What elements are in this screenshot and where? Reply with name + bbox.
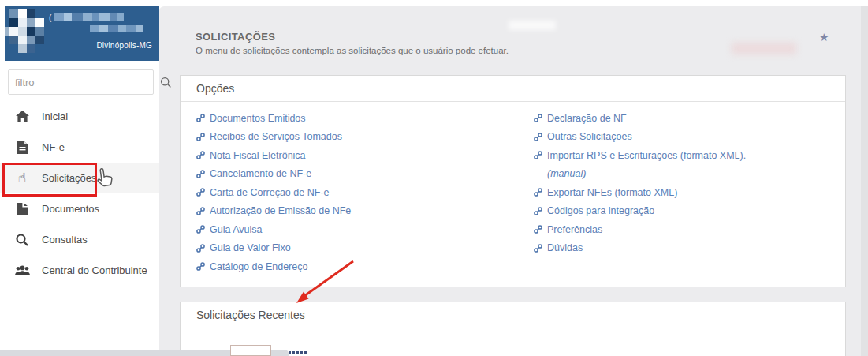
option-link[interactable]: Dúvidas [534, 239, 746, 258]
options-links-right: Declaração de NF Outras Solicitações [534, 109, 746, 257]
option-link[interactable]: Documentos Emitidos [196, 109, 351, 128]
option-link[interactable]: Outras Solicitações [534, 128, 746, 147]
redacted-logo: ( [5, 6, 159, 61]
municipality-name: Divinópolis-MG [96, 41, 152, 50]
sidebar-item-label: Central do Contribuinte [42, 264, 147, 276]
recent-requests-card: Solicitações Recentes [180, 302, 846, 356]
link-icon [196, 207, 205, 215]
option-link-label: Guia Avulsa [210, 224, 262, 235]
option-link[interactable]: Declaração de NF [534, 109, 746, 128]
link-icon [534, 151, 542, 159]
option-link[interactable]: Cancelamento de NF-e [196, 165, 351, 184]
sidebar-item-documentos[interactable]: Documentos [0, 193, 159, 224]
option-link-label: Preferências [547, 224, 602, 235]
option-link-sub: (manual) [534, 165, 746, 184]
sidebar-item-inicial[interactable]: Inicial [0, 101, 159, 132]
link-icon [196, 133, 205, 141]
option-link-label: Recibos de Serviços Tomados [210, 131, 342, 142]
option-link[interactable]: Preferências [534, 220, 746, 239]
option-link[interactable]: Exportar NFEs (formato XML) [534, 183, 746, 202]
partial-cell-box [230, 345, 271, 356]
link-icon [534, 114, 542, 122]
option-link-label: Documentos Emitidos [210, 113, 306, 124]
link-icon [196, 114, 205, 122]
sidebar-item-central-contribuinte[interactable]: Central do Contribuinte [0, 255, 159, 286]
svg-text:(: ( [49, 13, 52, 22]
option-link-label: Catálogo de Endereço [210, 261, 307, 272]
option-link[interactable]: Recibos de Serviços Tomados [196, 128, 351, 147]
option-link[interactable]: Códigos para integração [534, 202, 746, 221]
document-icon [14, 203, 30, 215]
options-links-left: Documentos Emitidos Recibos de Serviços … [196, 109, 351, 276]
link-icon [196, 151, 205, 159]
option-link[interactable]: Guia de Valor Fixo [196, 239, 351, 258]
option-link-label: Nota Fiscal Eletrônica [210, 150, 306, 161]
option-link[interactable]: Nota Fiscal Eletrônica [196, 146, 351, 165]
scrollbar[interactable] [861, 6, 868, 356]
sidebar-item-label: Inicial [42, 111, 68, 122]
municipality-banner: ( Divinópolis-MG [5, 6, 159, 61]
file-lines-icon [14, 141, 30, 154]
sidebar-item-consultas[interactable]: Consultas [0, 224, 159, 255]
recent-requests-title: Solicitações Recentes [181, 302, 845, 328]
option-link-label: Guia de Valor Fixo [210, 242, 291, 253]
option-link-label: Códigos para integração [547, 205, 654, 216]
star-icon[interactable]: ★ [819, 31, 829, 43]
sidebar-nav: Inicial NF-e ☝ Solicitações Documentos [0, 101, 159, 286]
sidebar-filter [8, 69, 154, 95]
search-icon [14, 234, 30, 246]
option-link-label: Importar RPS e Escriturações (formato XM… [547, 150, 746, 161]
link-icon [196, 188, 205, 197]
option-link-label: Autorização de Emissão de NFe [210, 205, 351, 216]
redacted-smudge [509, 21, 556, 30]
options-card-title: Opções [181, 76, 845, 102]
link-icon [196, 170, 205, 178]
link-icon [196, 262, 205, 271]
filter-input[interactable] [9, 77, 160, 88]
option-link[interactable]: Carta de Correção de NF-e [196, 183, 351, 202]
option-link[interactable]: Importar RPS e Escriturações (formato XM… [534, 146, 746, 165]
sidebar-item-label: Consultas [42, 234, 88, 245]
page-subtitle: O menu de solicitações contempla as soli… [196, 46, 509, 55]
link-icon [196, 244, 205, 253]
option-link-label: Dúvidas [547, 242, 583, 253]
link-icon [534, 225, 542, 234]
page-title: SOLICITAÇÕES [196, 31, 509, 43]
people-icon [14, 265, 30, 276]
option-link-label: Exportar NFEs (formato XML) [547, 187, 677, 198]
clipped-text-fragment [289, 351, 307, 354]
link-icon [534, 133, 542, 141]
option-link-label: Carta de Correção de NF-e [210, 187, 329, 198]
sidebar-item-label: Documentos [42, 203, 99, 215]
link-icon [534, 244, 542, 253]
sidebar-item-label: Solicitações [42, 172, 96, 184]
sidebar-item-label: NF-e [42, 141, 65, 153]
sidebar-item-nfe[interactable]: NF-e [0, 132, 159, 163]
touch-hand-icon: ☝ [14, 171, 30, 185]
option-link[interactable]: Catálogo de Endereço [196, 257, 351, 276]
option-link[interactable]: Autorização de Emissão de NFe [196, 202, 351, 221]
sidebar-item-solicitacoes[interactable]: ☝ Solicitações [0, 163, 159, 193]
app-window: SOLICITAÇÕES O menu de solicitações cont… [0, 0, 868, 356]
options-card: Opções Documentos Emitidos [180, 75, 846, 287]
home-icon [14, 111, 30, 122]
link-icon [534, 207, 542, 215]
search-icon [160, 77, 172, 88]
sidebar: ( Divinópolis-MG Inicial [0, 0, 159, 356]
link-icon [196, 225, 205, 234]
link-icon [534, 188, 542, 197]
cursor-pointer-icon [94, 168, 114, 195]
option-link-label: Cancelamento de NF-e [210, 168, 311, 179]
option-link[interactable]: Guia Avulsa [196, 220, 351, 239]
option-link-label: Outras Solicitações [547, 131, 632, 142]
option-link-label: Declaração de NF [547, 113, 627, 124]
redacted-smudge [732, 43, 796, 54]
